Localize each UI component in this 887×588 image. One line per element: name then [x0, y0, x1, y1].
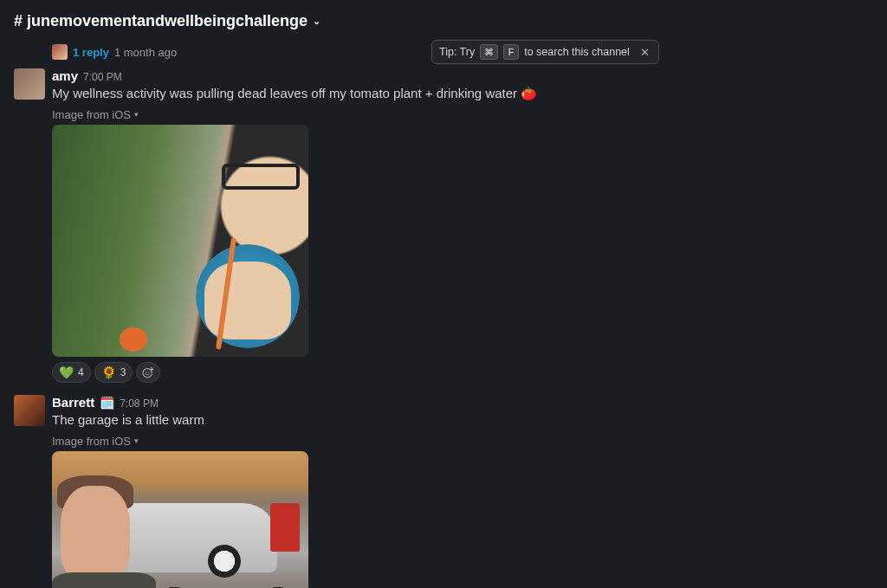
attachment-label: Image from iOS: [52, 435, 131, 448]
svg-point-0: [143, 368, 152, 377]
add-reaction-button[interactable]: [136, 362, 160, 383]
reply-count-link[interactable]: 1 reply: [73, 46, 109, 59]
tip-prefix: Tip: Try: [439, 46, 475, 58]
reply-age: 1 month ago: [114, 46, 177, 59]
svg-point-1: [146, 372, 146, 372]
kbd-f: F: [503, 44, 519, 60]
reaction-count: 4: [78, 366, 84, 378]
reaction-count: 3: [120, 366, 126, 378]
message-row[interactable]: Barrett 🗓️ 7:08 PM The garage is a littl…: [0, 391, 887, 588]
svg-point-2: [148, 372, 149, 372]
attachment-label-row[interactable]: Image from iOS ▾: [52, 108, 870, 121]
channel-name-button[interactable]: # junemovementandwellbeingchallenge ⌄: [14, 12, 320, 30]
status-emoji: 🗓️: [100, 396, 114, 410]
gutter: [14, 42, 45, 65]
channel-name-text: # junemovementandwellbeingchallenge: [14, 12, 308, 30]
message-header: Barrett 🗓️ 7:08 PM: [52, 395, 870, 410]
reactions-bar: 💚 4 🌻 3: [52, 362, 870, 383]
message-text: My wellness activity was pulling dead le…: [52, 83, 870, 103]
chevron-down-icon: ⌄: [313, 16, 320, 27]
attachment-label-row[interactable]: Image from iOS ▾: [52, 435, 870, 448]
chevron-down-icon: ▾: [134, 110, 139, 119]
message-body: Barrett 🗓️ 7:08 PM The garage is a littl…: [52, 395, 870, 588]
search-tip-banner: Tip: Try ⌘ F to search this channel ✕: [431, 40, 659, 64]
photo-placeholder: [52, 451, 308, 588]
avatar[interactable]: [14, 395, 45, 426]
message-list: 1 reply 1 month ago amy 7:00 PM My welln…: [0, 42, 887, 588]
timestamp[interactable]: 7:08 PM: [120, 397, 159, 410]
timestamp[interactable]: 7:00 PM: [83, 71, 122, 83]
reaction-pill[interactable]: 🌻 3: [94, 362, 133, 383]
attachment-image[interactable]: [52, 125, 308, 357]
channel-header: # junemovementandwellbeingchallenge ⌄: [0, 0, 887, 42]
attachment-label: Image from iOS: [52, 108, 131, 121]
user-name[interactable]: amy: [52, 68, 78, 83]
user-name[interactable]: Barrett: [52, 395, 94, 410]
kbd-cmd: ⌘: [480, 44, 498, 60]
chevron-down-icon: ▾: [134, 436, 139, 445]
reply-avatar: [52, 44, 68, 60]
add-reaction-icon: [141, 365, 155, 379]
photo-placeholder: [52, 125, 308, 357]
message-text: The garage is a little warm: [52, 410, 870, 430]
green-heart-icon: 💚: [59, 365, 74, 379]
attachment-image[interactable]: [52, 451, 308, 588]
tip-suffix: to search this channel: [524, 46, 630, 58]
close-icon[interactable]: ✕: [638, 46, 651, 59]
message-body: amy 7:00 PM My wellness activity was pul…: [52, 68, 870, 383]
avatar[interactable]: [14, 68, 45, 100]
message-row[interactable]: amy 7:00 PM My wellness activity was pul…: [0, 65, 887, 386]
reaction-pill[interactable]: 💚 4: [52, 362, 91, 383]
message-header: amy 7:00 PM: [52, 68, 870, 83]
sunflower-icon: 🌻: [101, 365, 116, 379]
